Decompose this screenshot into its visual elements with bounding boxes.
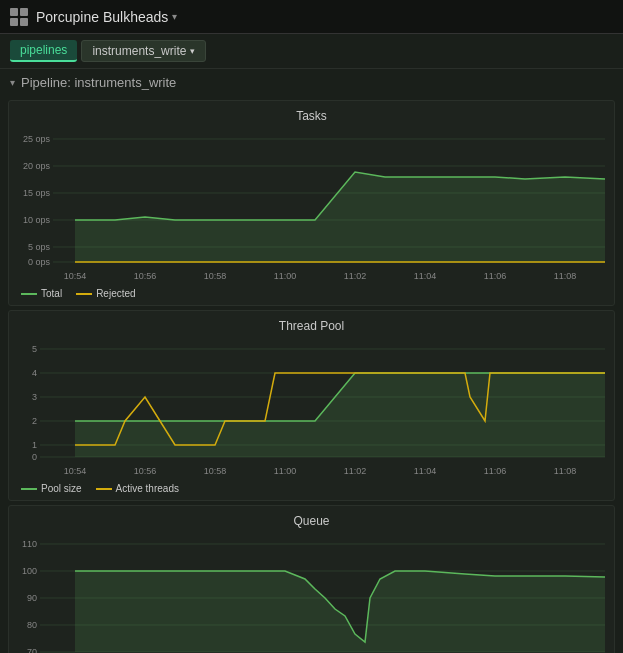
svg-text:2: 2	[32, 416, 37, 426]
svg-marker-41	[75, 373, 605, 457]
svg-text:10:58: 10:58	[204, 271, 227, 281]
thread-pool-chart-legend: Pool size Active threads	[15, 479, 608, 494]
queue-chart-area: 110 100 90 80 70 10:54 10:56 10:58 11:00…	[15, 534, 608, 653]
svg-text:4: 4	[32, 368, 37, 378]
svg-text:80: 80	[27, 620, 37, 630]
svg-text:10:56: 10:56	[134, 466, 157, 476]
thread-pool-chart-area: 5 4 3 2 1 0 10:54 10:56 10:58 11:00 11:0…	[15, 339, 608, 479]
svg-text:20 ops: 20 ops	[23, 161, 51, 171]
tasks-legend-rejected-label: Rejected	[96, 288, 135, 299]
header-chevron-icon[interactable]: ▾	[172, 11, 177, 22]
app-title: Porcupine Bulkheads	[36, 9, 168, 25]
svg-text:15 ops: 15 ops	[23, 188, 51, 198]
thread-pool-legend-poolsize: Pool size	[21, 483, 82, 494]
svg-text:11:08: 11:08	[554, 271, 577, 281]
tasks-chart-area: 25 ops 20 ops 15 ops 10 ops 5 ops 0 ops …	[15, 129, 608, 284]
pipeline-collapse-icon[interactable]: ▾	[10, 77, 15, 88]
queue-chart: Queue 110 100 90 80 70 10:54 10:56 10:58…	[8, 505, 615, 653]
tab-instruments-write[interactable]: instruments_write ▾	[81, 40, 206, 62]
svg-text:11:08: 11:08	[554, 466, 577, 476]
svg-text:70: 70	[27, 647, 37, 653]
svg-text:10:58: 10:58	[204, 466, 227, 476]
svg-text:10:54: 10:54	[64, 466, 87, 476]
svg-text:10:54: 10:54	[64, 271, 87, 281]
queue-chart-title: Queue	[15, 514, 608, 528]
thread-pool-svg: 5 4 3 2 1 0 10:54 10:56 10:58 11:00 11:0…	[15, 339, 612, 479]
svg-text:5: 5	[32, 344, 37, 354]
svg-text:11:06: 11:06	[484, 271, 507, 281]
thread-pool-chart-title: Thread Pool	[15, 319, 608, 333]
thread-pool-legend-activethreads: Active threads	[96, 483, 179, 494]
svg-text:1: 1	[32, 440, 37, 450]
tab-dropdown-chevron-icon: ▾	[190, 46, 195, 56]
pipeline-header: ▾ Pipeline: instruments_write	[0, 69, 623, 96]
rejected-legend-line	[76, 293, 92, 295]
tasks-svg: 25 ops 20 ops 15 ops 10 ops 5 ops 0 ops …	[15, 129, 612, 284]
app-header: Porcupine Bulkheads ▾	[0, 0, 623, 34]
tasks-legend-total-label: Total	[41, 288, 62, 299]
total-legend-line	[21, 293, 37, 295]
svg-text:10:56: 10:56	[134, 271, 157, 281]
tasks-legend-total: Total	[21, 288, 62, 299]
tasks-chart-legend: Total Rejected	[15, 284, 608, 299]
grid-icon	[10, 8, 28, 26]
tasks-chart-title: Tasks	[15, 109, 608, 123]
svg-text:25 ops: 25 ops	[23, 134, 51, 144]
activethreads-legend-line	[96, 488, 112, 490]
svg-text:0 ops: 0 ops	[28, 257, 51, 267]
thread-pool-chart: Thread Pool 5 4 3 2 1 0 10:54 10:56 10:5…	[8, 310, 615, 501]
svg-text:0: 0	[32, 452, 37, 462]
tab-pipelines[interactable]: pipelines	[10, 40, 77, 62]
tasks-legend-rejected: Rejected	[76, 288, 135, 299]
thread-pool-legend-poolsize-label: Pool size	[41, 483, 82, 494]
svg-text:11:04: 11:04	[414, 271, 437, 281]
svg-text:11:02: 11:02	[344, 466, 367, 476]
pipeline-label: Pipeline: instruments_write	[21, 75, 176, 90]
svg-marker-20	[75, 172, 605, 262]
svg-text:5 ops: 5 ops	[28, 242, 51, 252]
poolsize-legend-line	[21, 488, 37, 490]
svg-text:11:00: 11:00	[274, 271, 297, 281]
svg-text:10 ops: 10 ops	[23, 215, 51, 225]
thread-pool-legend-activethreads-label: Active threads	[116, 483, 179, 494]
svg-text:11:02: 11:02	[344, 271, 367, 281]
svg-text:110: 110	[22, 539, 37, 549]
svg-text:90: 90	[27, 593, 37, 603]
tabs-bar: pipelines instruments_write ▾	[0, 34, 623, 69]
svg-text:11:00: 11:00	[274, 466, 297, 476]
svg-text:11:04: 11:04	[414, 466, 437, 476]
queue-svg: 110 100 90 80 70 10:54 10:56 10:58 11:00…	[15, 534, 612, 653]
svg-text:3: 3	[32, 392, 37, 402]
tasks-chart: Tasks 25 ops 20 ops 15 ops 10 ops 5 ops …	[8, 100, 615, 306]
svg-text:100: 100	[22, 566, 37, 576]
svg-text:11:06: 11:06	[484, 466, 507, 476]
svg-marker-60	[75, 571, 605, 652]
